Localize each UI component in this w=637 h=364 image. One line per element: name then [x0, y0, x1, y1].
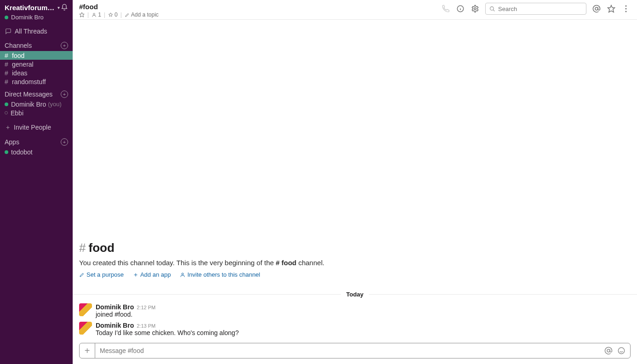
dm-section-header: Direct Messages +	[0, 86, 73, 100]
app-name: todobot	[11, 148, 33, 156]
message-time: 2:12 PM	[137, 305, 155, 310]
intro-title: # food	[79, 241, 631, 255]
all-threads[interactable]: All Threads	[0, 25, 73, 37]
svg-marker-0	[80, 12, 84, 17]
search-input[interactable]	[498, 6, 582, 12]
main-panel: #food | 1 | 0 | Add a topic	[73, 0, 637, 364]
dm-name: Ebbi	[11, 109, 23, 117]
dm-name: Dominik Bro	[11, 101, 46, 108]
svg-point-11	[626, 8, 627, 10]
mention-icon[interactable]	[604, 347, 613, 355]
message-author[interactable]: Dominik Bro	[96, 303, 134, 311]
channel-meta: | 1 | 0 | Add a topic	[79, 11, 159, 18]
avatar[interactable]	[79, 303, 92, 316]
bell-icon[interactable]	[60, 3, 69, 12]
channel-label: general	[12, 61, 34, 68]
channel-randomstuff[interactable]: # randomstuff	[0, 77, 73, 86]
hash-icon: #	[5, 78, 10, 85]
avatar[interactable]	[79, 322, 92, 335]
phone-icon[interactable]	[441, 4, 450, 13]
star-icon[interactable]	[607, 4, 616, 13]
channel-general[interactable]: # general	[0, 60, 73, 68]
channel-food[interactable]: # food	[0, 51, 73, 60]
search-box[interactable]	[485, 3, 586, 15]
hash-icon: #	[79, 241, 86, 255]
workspace-switcher[interactable]: Kreativforum Fr… ▾	[0, 3, 73, 14]
hash-icon: #	[5, 69, 10, 77]
invite-label: Invite People	[14, 124, 51, 131]
message-input[interactable]	[95, 347, 604, 354]
svg-point-5	[474, 8, 476, 10]
message-row[interactable]: Dominik Bro 2:13 PM Today I'd like some …	[73, 320, 637, 338]
message-author[interactable]: Dominik Bro	[96, 322, 134, 329]
message-text: joined #food.	[96, 311, 631, 318]
channel-title[interactable]: #food	[79, 3, 159, 11]
hash-icon: #	[5, 52, 10, 59]
svg-point-17	[618, 347, 625, 354]
plus-icon: +	[5, 124, 11, 131]
dm-label: Direct Messages	[5, 91, 52, 98]
search-icon	[489, 6, 495, 12]
message-row[interactable]: Dominik Bro 2:12 PM joined #food.	[73, 301, 637, 320]
svg-point-12	[626, 11, 627, 12]
message-composer: +	[79, 343, 631, 358]
attach-button[interactable]: +	[80, 343, 95, 358]
message-text: Today I'd like some chicken. Who's comin…	[96, 329, 631, 336]
svg-point-1	[93, 13, 95, 15]
add-app-button[interactable]: +	[61, 138, 68, 146]
current-user-name: Dominik Bro	[11, 14, 44, 21]
member-count[interactable]: 1	[92, 11, 101, 18]
info-icon[interactable]	[456, 4, 465, 13]
pin-count[interactable]: 0	[108, 11, 118, 18]
channel-intro: # food You created this channel today. T…	[73, 241, 637, 283]
presence-dot-icon	[5, 150, 8, 154]
current-user[interactable]: Dominik Bro	[0, 14, 73, 25]
you-tag: (you)	[48, 101, 62, 108]
date-label: Today	[341, 291, 369, 298]
add-channel-button[interactable]: +	[61, 42, 68, 49]
channel-ideas[interactable]: # ideas	[0, 68, 73, 77]
svg-marker-9	[608, 6, 615, 12]
add-topic[interactable]: Add a topic	[125, 11, 159, 18]
message-time: 2:13 PM	[137, 323, 155, 329]
intro-channel-name: food	[88, 241, 114, 255]
channel-label: ideas	[12, 69, 27, 77]
app-todobot[interactable]: todobot	[0, 148, 73, 156]
svg-point-6	[490, 6, 494, 10]
more-icon[interactable]	[621, 4, 631, 13]
mentions-icon[interactable]	[592, 4, 601, 13]
threads-icon	[5, 28, 12, 34]
apps-section-header: Apps +	[0, 134, 73, 148]
apps-label: Apps	[5, 138, 19, 146]
svg-point-16	[607, 349, 610, 352]
invite-others-link[interactable]: Invite others to this channel	[180, 271, 260, 278]
presence-dot-icon	[5, 102, 8, 106]
svg-point-8	[595, 7, 598, 10]
channels-section-header: Channels +	[0, 37, 73, 51]
svg-point-15	[182, 273, 184, 275]
dm-self[interactable]: Dominik Bro (you)	[0, 100, 73, 108]
invite-people[interactable]: + Invite People	[0, 121, 73, 134]
emoji-icon[interactable]	[617, 347, 626, 355]
sidebar: Kreativforum Fr… ▾ Dominik Bro All Threa…	[0, 0, 73, 364]
add-dm-button[interactable]: +	[61, 91, 68, 98]
set-purpose-link[interactable]: Set a purpose	[79, 271, 124, 278]
gear-icon[interactable]	[471, 4, 480, 13]
all-threads-label: All Threads	[15, 28, 47, 35]
hash-icon: #	[5, 61, 10, 68]
star-button[interactable]	[79, 12, 85, 17]
workspace-name: Kreativforum Fr…	[5, 4, 56, 11]
channel-label: food	[12, 52, 24, 59]
date-divider: Today	[73, 291, 637, 298]
channels-label: Channels	[5, 42, 32, 49]
dm-ebbi[interactable]: Ebbi	[0, 108, 73, 117]
presence-dot-icon	[5, 16, 8, 19]
channel-label: randomstuff	[12, 78, 46, 85]
add-app-link[interactable]: Add an app	[133, 271, 171, 278]
channel-header: #food | 1 | 0 | Add a topic	[73, 0, 637, 20]
messages-area: # food You created this channel today. T…	[73, 20, 637, 364]
intro-text: You created this channel today. This is …	[79, 259, 631, 267]
svg-line-7	[493, 10, 494, 11]
svg-point-10	[626, 6, 627, 7]
presence-dot-icon	[5, 111, 8, 114]
